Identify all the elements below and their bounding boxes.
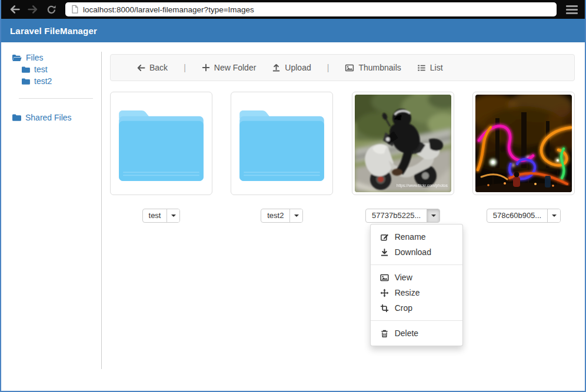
caret-down-icon — [431, 215, 436, 217]
browser-back-button[interactable] — [8, 3, 21, 16]
new-folder-label: New Folder — [214, 63, 257, 72]
file-grid: test — [110, 92, 575, 223]
image-card-motorcycle[interactable]: https://www.flickr.com/photos — [352, 92, 454, 195]
list-icon — [417, 63, 426, 72]
menu-item-download[interactable]: Download — [371, 244, 462, 260]
back-arrow-icon — [136, 63, 145, 72]
toolbar-separator: | — [184, 63, 186, 72]
item-name-button[interactable]: 57737b5225... — [365, 209, 440, 223]
folder-icon — [12, 113, 21, 122]
browser-menu-button[interactable] — [566, 5, 578, 14]
menu-item-view[interactable]: View — [371, 270, 462, 285]
browser-window: localhost:8000/laravel-filemanager?type=… — [0, 0, 586, 392]
sidebar-item-test[interactable]: test — [21, 63, 101, 75]
sidebar: Files test test2 Shared Files — [1, 42, 101, 123]
upload-icon — [272, 63, 281, 72]
list-label: List — [430, 63, 443, 72]
crop-icon — [380, 304, 389, 313]
menu-item-label: Delete — [395, 328, 418, 339]
browser-toolbar: localhost:8000/laravel-filemanager?type=… — [1, 0, 585, 19]
item-name-button[interactable]: test — [142, 209, 181, 223]
back-button[interactable]: Back — [136, 63, 168, 72]
folder-icon — [21, 66, 30, 73]
upload-label: Upload — [285, 63, 311, 72]
download-icon — [380, 248, 389, 257]
item-dropdown-toggle[interactable] — [547, 209, 560, 222]
new-folder-button[interactable]: New Folder — [202, 63, 257, 72]
item-name-label: 57737b5225... — [366, 209, 427, 222]
sidebar-item-label: test2 — [34, 76, 52, 86]
menu-item-label: Resize — [395, 287, 420, 298]
motorcycle-photo-thumbnail: https://www.flickr.com/photos — [355, 95, 451, 192]
folder-thumbnail-icon — [118, 109, 205, 182]
address-bar[interactable]: localhost:8000/laravel-filemanager?type=… — [65, 2, 557, 16]
back-arrow-icon — [9, 4, 20, 15]
item-name-button[interactable]: test2 — [261, 209, 303, 223]
sidebar-item-test2[interactable]: test2 — [21, 75, 101, 87]
item-dropdown-toggle[interactable] — [167, 209, 179, 222]
app-title: Laravel FileManager — [10, 26, 97, 36]
item-name-button[interactable]: 578c60b905... — [487, 209, 561, 223]
menu-item-rename[interactable]: Rename — [371, 229, 462, 244]
sidebar-item-files[interactable]: Files — [12, 52, 101, 63]
caret-down-icon — [552, 215, 557, 217]
photo-watermark: https://www.flickr.com/photos — [396, 183, 448, 188]
thumbnails-button[interactable]: Thumbnails — [345, 63, 401, 72]
edit-icon — [380, 233, 389, 242]
item-dropdown-toggle[interactable] — [289, 209, 302, 222]
sidebar-main-divider — [101, 52, 102, 369]
back-label: Back — [149, 63, 168, 72]
sidebar-item-label: test — [34, 65, 48, 74]
file-toolbar: Back | New Folder Upload | Thumbnails — [110, 54, 575, 81]
grid-cell-image-2: 578c60b905... — [472, 92, 575, 223]
trash-icon — [380, 329, 389, 338]
main-panel: Back | New Folder Upload | Thumbnails — [110, 54, 575, 223]
menu-divider — [371, 264, 462, 265]
menu-item-resize[interactable]: Resize — [371, 285, 462, 300]
menu-item-label: Download — [395, 247, 431, 257]
url-text: localhost:8000/laravel-filemanager?type=… — [83, 5, 254, 14]
item-dropdown-toggle[interactable] — [427, 209, 440, 222]
menu-item-label: Rename — [395, 232, 426, 242]
sidebar-item-label: Shared Files — [25, 113, 72, 122]
browser-refresh-button[interactable] — [45, 3, 58, 16]
app-header: Laravel FileManager — [1, 19, 585, 42]
grid-cell-folder-test2: test2 — [231, 92, 333, 223]
upload-button[interactable]: Upload — [272, 63, 311, 72]
content-area: Files test test2 Shared Files — [1, 42, 585, 392]
folder-card-test2[interactable] — [231, 92, 333, 195]
forward-arrow-icon — [28, 4, 38, 15]
sidebar-divider — [19, 98, 93, 99]
menu-divider — [371, 320, 462, 321]
caret-down-icon — [171, 215, 176, 217]
refresh-icon — [46, 5, 56, 15]
thumbnails-label: Thumbnails — [358, 63, 401, 72]
sidebar-item-label: Files — [26, 53, 44, 62]
grid-cell-image-1: https://www.flickr.com/photos 57737b5225… — [352, 92, 454, 223]
item-name-label: test2 — [261, 209, 289, 222]
toolbar-separator: | — [327, 63, 329, 72]
image-icon — [380, 273, 389, 282]
menu-item-label: Crop — [395, 303, 412, 313]
menu-item-delete[interactable]: Delete — [371, 326, 462, 341]
folder-open-icon — [12, 53, 22, 62]
browser-forward-button[interactable] — [26, 3, 39, 16]
resize-icon — [380, 289, 389, 297]
item-name-label: test — [143, 209, 167, 222]
item-name-label: 578c60b905... — [487, 209, 547, 222]
page-icon — [71, 5, 79, 14]
menu-item-crop[interactable]: Crop — [371, 300, 462, 316]
hamburger-menu-icon — [566, 5, 578, 7]
sidebar-item-shared-files[interactable]: Shared Files — [12, 112, 101, 123]
menu-item-label: View — [395, 272, 412, 283]
grid-cell-folder-test: test — [110, 92, 212, 223]
folder-thumbnail-icon — [238, 109, 325, 182]
folder-card-test[interactable] — [110, 92, 212, 195]
folder-icon — [21, 78, 30, 85]
image-icon — [345, 63, 354, 72]
list-button[interactable]: List — [417, 63, 443, 72]
plus-icon — [202, 63, 210, 72]
light-painting-photo-thumbnail — [475, 95, 572, 192]
image-card-light-painting[interactable] — [472, 92, 575, 195]
item-context-menu: Rename Download — [370, 224, 463, 346]
